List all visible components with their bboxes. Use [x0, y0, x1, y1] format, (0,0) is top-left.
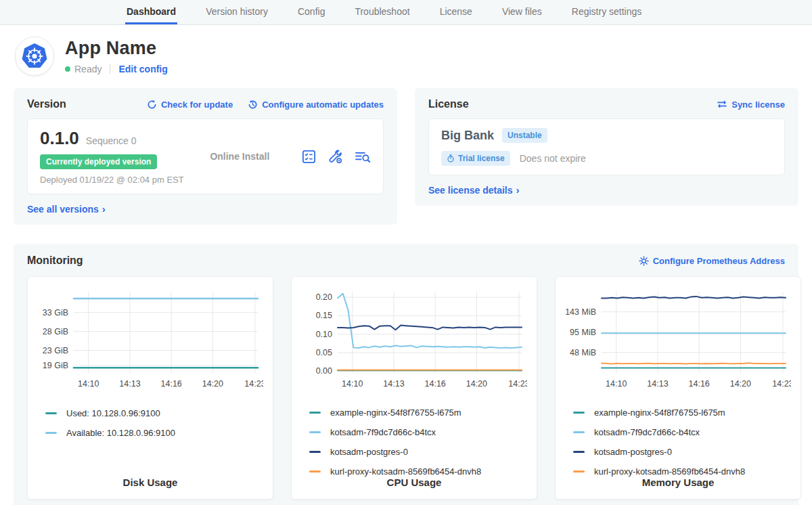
license-assignee: Big Bank: [441, 129, 494, 143]
app-header: App Name Ready Edit config: [15, 37, 812, 76]
memory-usage-legend: example-nginx-54f8f76755-l675mkotsadm-7f…: [573, 398, 791, 477]
deployed-timestamp: Deployed 01/19/22 @ 02:04 pm EST: [40, 175, 184, 185]
sync-icon: [717, 100, 727, 109]
legend-dash: [309, 412, 321, 414]
svg-text:14:13: 14:13: [647, 379, 668, 389]
check-for-update-link[interactable]: Check for update: [147, 100, 233, 110]
svg-text:14:13: 14:13: [119, 379, 140, 389]
legend-dash: [309, 451, 321, 453]
legend-label: kurl-proxy-kotsadm-8569fb6454-dnvh8: [330, 466, 481, 477]
legend-item: example-nginx-54f8f76755-l675m: [309, 408, 527, 418]
refresh-icon: [147, 100, 157, 110]
tab-registry-settings[interactable]: Registry settings: [570, 0, 643, 24]
legend-label: kotsadm-7f9dc7d66c-b4tcx: [594, 427, 700, 437]
wrench-gear-icon: [328, 149, 343, 164]
tab-license[interactable]: License: [438, 0, 474, 24]
legend-item: kotsadm-7f9dc7d66c-b4tcx: [573, 427, 791, 437]
svg-text:143 MiB: 143 MiB: [565, 307, 596, 317]
tab-version-history[interactable]: Version history: [204, 0, 269, 24]
stopwatch-icon: [447, 154, 455, 162]
svg-text:14:10: 14:10: [342, 379, 363, 389]
legend-dash: [309, 470, 321, 473]
deployed-badge: Currently deployed version: [40, 154, 157, 169]
svg-text:0.05: 0.05: [316, 348, 332, 357]
check-for-update-label: Check for update: [161, 100, 233, 110]
disk-usage-title: Disk Usage: [37, 477, 263, 491]
file-search-icon: [354, 149, 371, 164]
legend-label: Used: 10.128.0.96:9100: [66, 408, 160, 418]
install-type: Online Install: [210, 151, 269, 162]
cpu-usage-panel: 14:1014:1314:1614:2014:230.000.050.100.1…: [291, 276, 537, 500]
version-sequence: Sequence 0: [86, 135, 137, 146]
version-card-title: Version: [27, 98, 66, 110]
legend-item: kurl-proxy-kotsadm-8569fb6454-dnvh8: [573, 466, 791, 477]
see-all-versions-link[interactable]: See all versions: [27, 204, 106, 215]
legend-dash: [309, 431, 321, 433]
legend-dash: [573, 412, 585, 414]
see-license-details-link[interactable]: See license details: [428, 185, 520, 196]
ready-status-dot: [65, 66, 70, 72]
legend-dash: [45, 432, 57, 434]
cpu-usage-title: CPU Usage: [301, 477, 527, 491]
svg-text:14:20: 14:20: [466, 379, 487, 389]
tab-troubleshoot[interactable]: Troubleshoot: [353, 0, 411, 24]
configure-prometheus-link[interactable]: Configure Prometheus Address: [639, 256, 785, 266]
legend-item: kotsadm-postgres-0: [573, 447, 791, 457]
edit-config-button[interactable]: [328, 149, 343, 164]
svg-text:14:10: 14:10: [606, 379, 627, 389]
app-status: Ready: [74, 64, 102, 74]
license-panel: Big Bank Unstable Trial license Does not…: [428, 118, 785, 175]
legend-dash: [45, 412, 57, 414]
svg-text:0.10: 0.10: [316, 330, 332, 339]
svg-text:14:20: 14:20: [730, 379, 751, 389]
svg-text:48 MiB: 48 MiB: [570, 348, 596, 357]
memory-usage-panel: 14:1014:1314:1614:2014:2348 MiB95 MiB143…: [555, 276, 801, 500]
svg-text:14:16: 14:16: [689, 379, 710, 389]
license-card-title: License: [428, 98, 469, 110]
cpu-usage-chart: 14:1014:1314:1614:2014:230.000.050.100.1…: [301, 286, 527, 394]
legend-item: kotsadm-7f9dc7d66c-b4tcx: [309, 427, 527, 437]
top-nav: Dashboard Version history Config Trouble…: [0, 0, 812, 25]
preflight-checks-button[interactable]: [301, 149, 317, 164]
current-version-panel: 0.1.0 Sequence 0 Currently deployed vers…: [27, 118, 384, 194]
legend-dash: [573, 431, 585, 433]
clock-arrow-icon: [248, 100, 258, 110]
svg-text:28 GiB: 28 GiB: [43, 327, 68, 336]
svg-text:0.20: 0.20: [316, 292, 332, 302]
tab-dashboard[interactable]: Dashboard: [125, 0, 177, 24]
monitoring-card: Monitoring Configure Prometheus Address …: [14, 244, 798, 505]
svg-text:23 GiB: 23 GiB: [43, 346, 68, 355]
legend-item: Used: 10.128.0.96:9100: [45, 408, 263, 418]
app-logo: [15, 37, 54, 76]
configure-automatic-updates-label: Configure automatic updates: [262, 100, 384, 110]
sync-license-link[interactable]: Sync license: [717, 100, 785, 110]
legend-item: example-nginx-54f8f76755-l675m: [573, 408, 791, 418]
disk-usage-chart: 14:1014:1314:1614:2014:2319 GiB23 GiB28 …: [37, 286, 263, 395]
legend-label: Available: 10.128.0.96:9100: [66, 428, 175, 438]
svg-text:0.15: 0.15: [316, 311, 332, 320]
gear-icon: [639, 256, 649, 266]
legend-item: kotsadm-postgres-0: [309, 447, 527, 457]
legend-item: kurl-proxy-kotsadm-8569fb6454-dnvh8: [309, 466, 527, 477]
legend-label: kotsadm-postgres-0: [330, 447, 408, 457]
configure-automatic-updates-link[interactable]: Configure automatic updates: [248, 100, 384, 110]
memory-usage-title: Memory Usage: [565, 477, 791, 491]
tab-config[interactable]: Config: [296, 0, 326, 24]
legend-item: Available: 10.128.0.96:9100: [45, 428, 263, 438]
svg-text:14:20: 14:20: [202, 379, 223, 389]
kubernetes-logo-icon: [20, 42, 49, 70]
deploy-logs-button[interactable]: [354, 149, 371, 164]
monitoring-title: Monitoring: [27, 255, 83, 267]
disk-usage-panel: 14:1014:1314:1614:2014:2319 GiB23 GiB28 …: [27, 276, 273, 500]
svg-text:14:16: 14:16: [425, 379, 446, 389]
license-expiry: Does not expire: [520, 153, 586, 164]
svg-text:14:23: 14:23: [772, 379, 791, 389]
svg-text:0.00: 0.00: [316, 366, 332, 376]
channel-badge: Unstable: [502, 128, 547, 143]
tab-view-files[interactable]: View files: [501, 0, 543, 24]
svg-text:19 GiB: 19 GiB: [43, 361, 68, 370]
checklist-icon: [301, 149, 317, 164]
trial-license-badge: Trial license: [441, 151, 510, 166]
configure-prometheus-label: Configure Prometheus Address: [653, 256, 785, 266]
edit-config-link[interactable]: Edit config: [118, 64, 167, 74]
